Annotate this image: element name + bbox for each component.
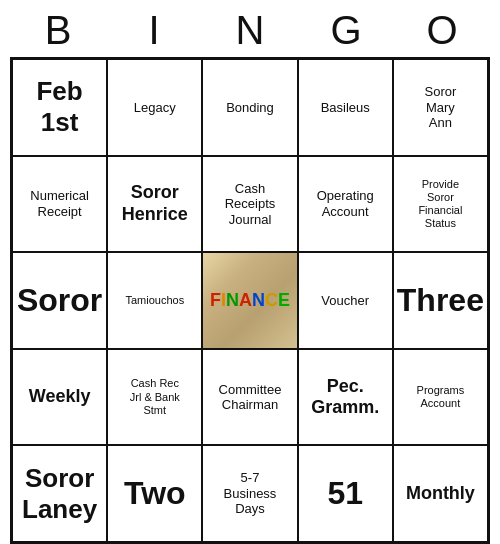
cell-3-4: ProgramsAccount xyxy=(393,349,488,446)
bingo-grid: Feb1st Legacy Bonding Basileus SororMary… xyxy=(10,57,490,544)
cell-4-3: 51 xyxy=(298,445,393,542)
letter-i: I xyxy=(114,8,194,53)
letter-o: O xyxy=(402,8,482,53)
cell-2-3: Voucher xyxy=(298,252,393,349)
cell-4-4: Monthly xyxy=(393,445,488,542)
cell-1-0: NumericalReceipt xyxy=(12,156,107,253)
letter-g: G xyxy=(306,8,386,53)
cell-2-0: Soror xyxy=(12,252,107,349)
cell-1-2: CashReceiptsJournal xyxy=(202,156,297,253)
cell-2-1: Tamiouchos xyxy=(107,252,202,349)
cell-2-4: Three xyxy=(393,252,488,349)
cell-1-4: ProvideSororFinancialStatus xyxy=(393,156,488,253)
cell-3-0: Weekly xyxy=(12,349,107,446)
letter-b: B xyxy=(18,8,98,53)
cell-4-0: SororLaney xyxy=(12,445,107,542)
cell-0-3: Basileus xyxy=(298,59,393,156)
cell-1-3: OperatingAccount xyxy=(298,156,393,253)
cell-2-2: FINANCE xyxy=(202,252,297,349)
cell-0-4: SororMaryAnn xyxy=(393,59,488,156)
cell-3-3: Pec.Gramm. xyxy=(298,349,393,446)
cell-0-0: Feb1st xyxy=(12,59,107,156)
letter-n: N xyxy=(210,8,290,53)
cell-3-2: CommitteeChairman xyxy=(202,349,297,446)
cell-3-1: Cash RecJrl & BankStmt xyxy=(107,349,202,446)
cell-0-1: Legacy xyxy=(107,59,202,156)
cell-4-1: Two xyxy=(107,445,202,542)
cell-0-2: Bonding xyxy=(202,59,297,156)
cell-1-1: SororHenrice xyxy=(107,156,202,253)
bingo-title: B I N G O xyxy=(10,0,490,57)
cell-4-2: 5-7BusinessDays xyxy=(202,445,297,542)
